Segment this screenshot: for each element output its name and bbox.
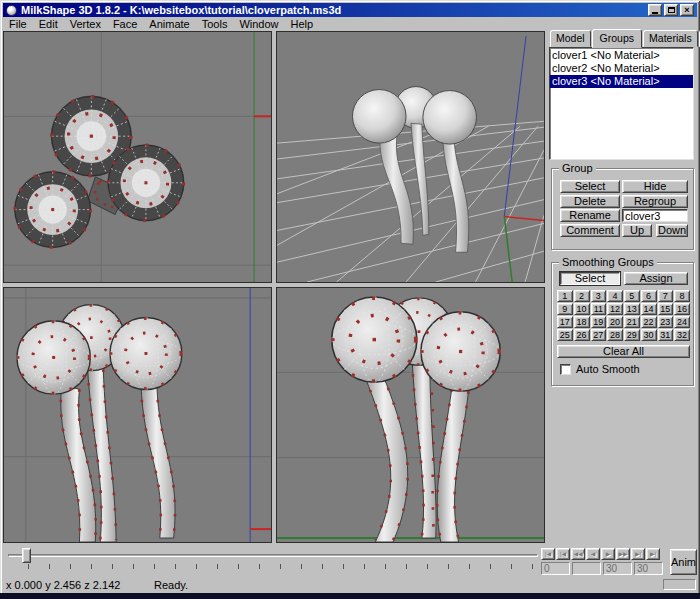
minimize-button[interactable]: [648, 4, 662, 16]
anim-toggle-button[interactable]: Anim: [670, 549, 697, 575]
group-rename-button[interactable]: Rename: [560, 209, 620, 222]
group-list-item[interactable]: clover3 <No Material>: [550, 75, 693, 88]
smoothing-groups-box: Smoothing Groups Select Assign 123456789…: [551, 262, 694, 386]
smoothing-group-button[interactable]: 20: [607, 316, 623, 328]
smoothing-select-button[interactable]: Select: [560, 272, 620, 285]
menu-item[interactable]: Window: [233, 18, 284, 30]
smoothing-group-button[interactable]: 11: [591, 303, 607, 315]
frame-field[interactable]: [572, 562, 601, 575]
menu-item[interactable]: Animate: [143, 18, 195, 30]
menu-item[interactable]: Tools: [196, 18, 234, 30]
smoothing-group-button[interactable]: 10: [574, 303, 590, 315]
timeline-slider-handle[interactable]: [22, 548, 31, 563]
group-regroup-button[interactable]: Regroup: [622, 195, 688, 208]
group-name-input[interactable]: [622, 209, 688, 222]
group-box: Group Select Hide Delete Regroup Rename …: [551, 168, 694, 250]
transport-buttons: |◀|◀◀◀◀▶▶▶▶|▶|: [541, 548, 660, 560]
transport-button[interactable]: |◀: [541, 548, 555, 560]
timeline-ticks: [28, 564, 534, 569]
group-list-item[interactable]: clover1 <No Material>: [550, 49, 693, 62]
smoothing-group-button[interactable]: 2: [574, 290, 590, 302]
smoothing-grid: 1234567891011121314151617181920212223242…: [557, 290, 690, 341]
viewport-front-view[interactable]: [3, 287, 272, 543]
group-list-item[interactable]: clover2 <No Material>: [550, 62, 693, 75]
timeline-track[interactable]: [8, 554, 538, 557]
groups-list[interactable]: clover1 <No Material>clover2 <No Materia…: [549, 47, 694, 160]
panel-tabs: ModelGroupsMaterialsJoints: [549, 30, 696, 47]
smoothing-group-button[interactable]: 23: [658, 316, 674, 328]
smoothing-group-button[interactable]: 27: [591, 329, 607, 341]
frame-field[interactable]: 0: [541, 562, 570, 575]
status-message: Ready.: [154, 579, 188, 592]
menu-item[interactable]: Help: [285, 18, 320, 30]
smoothing-group-button[interactable]: 4: [607, 290, 623, 302]
viewport-top-view[interactable]: [3, 31, 272, 283]
smoothing-group-button[interactable]: 8: [674, 290, 690, 302]
smoothing-group-button[interactable]: 24: [674, 316, 690, 328]
frame-field[interactable]: 30: [603, 562, 632, 575]
group-up-button[interactable]: Up: [622, 224, 652, 237]
smoothing-group-button[interactable]: 5: [624, 290, 640, 302]
transport-button[interactable]: ▶▶: [616, 548, 630, 560]
smoothing-group-button[interactable]: 31: [658, 329, 674, 341]
auto-smooth-label: Auto Smooth: [576, 364, 640, 375]
smoothing-group-button[interactable]: 22: [641, 316, 657, 328]
smoothing-group-button[interactable]: 15: [658, 303, 674, 315]
side-view-render: [277, 288, 544, 542]
group-select-button[interactable]: Select: [560, 180, 620, 193]
transport-button[interactable]: ◀◀: [571, 548, 585, 560]
smoothing-group-button[interactable]: 17: [557, 316, 573, 328]
smoothing-group-button[interactable]: 16: [674, 303, 690, 315]
menu-item[interactable]: File: [3, 18, 33, 30]
menu-item[interactable]: Edit: [33, 18, 64, 30]
desktop-edge: [0, 593, 700, 599]
smoothing-group-button[interactable]: 3: [591, 290, 607, 302]
transport-button[interactable]: |◀: [556, 548, 570, 560]
smoothing-group-button[interactable]: 30: [641, 329, 657, 341]
smoothing-group-button[interactable]: 28: [607, 329, 623, 341]
group-comment-button[interactable]: Comment: [560, 224, 620, 237]
smoothing-group-button[interactable]: 32: [674, 329, 690, 341]
smoothing-group-button[interactable]: 21: [624, 316, 640, 328]
panel-tab[interactable]: Model: [550, 30, 591, 47]
group-box-legend: Group: [559, 163, 596, 174]
panel-tab[interactable]: Materials: [643, 30, 698, 47]
viewport-side-view[interactable]: [276, 287, 545, 543]
smoothing-box-legend: Smoothing Groups: [559, 257, 657, 268]
transport-button[interactable]: ◀: [586, 548, 600, 560]
title-bar[interactable]: MilkShape 3D 1.8.2 - K:\websitebox\tutor…: [3, 3, 697, 17]
maximize-button[interactable]: [664, 4, 678, 16]
smoothing-group-button[interactable]: 12: [607, 303, 623, 315]
smoothing-assign-button[interactable]: Assign: [624, 272, 688, 285]
status-bar: x 0.000 y 2.456 z 2.142 Ready.: [2, 578, 698, 593]
viewport-3d-view[interactable]: [276, 31, 545, 283]
perspective-render: [277, 32, 544, 282]
close-button[interactable]: ×: [680, 4, 694, 16]
smoothing-group-button[interactable]: 14: [641, 303, 657, 315]
front-view-render: [4, 288, 271, 542]
group-hide-button[interactable]: Hide: [622, 180, 688, 193]
menu-item[interactable]: Vertex: [64, 18, 107, 30]
smoothing-group-button[interactable]: 25: [557, 329, 573, 341]
smoothing-group-button[interactable]: 9: [557, 303, 573, 315]
smoothing-group-button[interactable]: 29: [624, 329, 640, 341]
menu-item[interactable]: Face: [107, 18, 143, 30]
group-delete-button[interactable]: Delete: [560, 195, 620, 208]
frame-field[interactable]: 30: [634, 562, 663, 575]
smoothing-group-button[interactable]: 18: [574, 316, 590, 328]
smoothing-group-button[interactable]: 6: [641, 290, 657, 302]
menu-bar: FileEditVertexFaceAnimateToolsWindowHelp: [3, 17, 697, 30]
clear-all-button[interactable]: Clear All: [557, 345, 690, 358]
transport-button[interactable]: ▶: [601, 548, 615, 560]
auto-smooth-checkbox[interactable]: [560, 364, 571, 375]
smoothing-group-button[interactable]: 19: [591, 316, 607, 328]
transport-button[interactable]: ▶|: [646, 548, 660, 560]
close-icon: ×: [684, 6, 689, 15]
smoothing-group-button[interactable]: 26: [574, 329, 590, 341]
group-down-button[interactable]: Down: [656, 224, 688, 237]
smoothing-group-button[interactable]: 13: [624, 303, 640, 315]
transport-button[interactable]: ▶|: [631, 548, 645, 560]
panel-tab[interactable]: Groups: [592, 29, 642, 48]
smoothing-group-button[interactable]: 7: [658, 290, 674, 302]
smoothing-group-button[interactable]: 1: [557, 290, 573, 302]
